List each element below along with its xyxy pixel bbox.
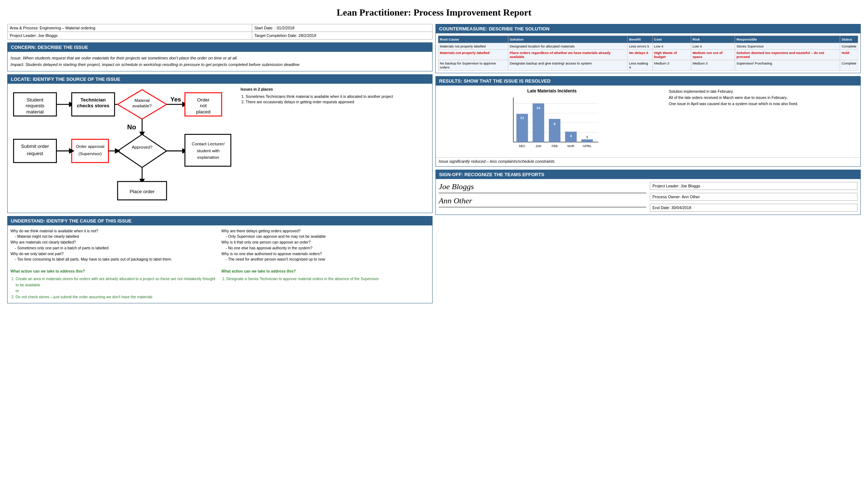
cm-cell: Solution deemed too expensive and wastef… — [735, 50, 840, 60]
svg-text:15: 15 — [537, 106, 541, 110]
svg-text:Order: Order — [197, 97, 210, 102]
col-cost: Cost — [652, 36, 691, 43]
countermeasure-header: COUNTERMEASURE: DESCRIBE THE SOLUTION — [436, 24, 860, 33]
svg-text:requests: requests — [26, 103, 45, 108]
svg-text:Contact Lecturer/: Contact Lecturer/ — [192, 141, 225, 146]
svg-text:Place order: Place order — [130, 189, 155, 194]
locate-header: LOCATE: IDENTIFY THE SOURCE OF THE ISSUE — [8, 75, 432, 84]
cm-cell: High Waste of budget — [652, 50, 691, 60]
sig-field1: Project Leader: Joe Bloggs — [650, 182, 857, 190]
bar-chart-svg: 11 DEC 15 JAN 9 FEB 4 — [439, 96, 665, 154]
countermeasure-section: COUNTERMEASURE: DESCRIBE THE SOLUTION Ro… — [435, 24, 861, 73]
chart-title: Late Materials Incidents — [439, 88, 665, 94]
understand-left: Why do we think material is available wh… — [11, 228, 218, 300]
cm-cell: Medium run out of space — [691, 50, 735, 60]
concern-text: Issue: When students request that we ord… — [11, 55, 429, 68]
results-summary: Issue significantly reduced – less compl… — [436, 157, 860, 166]
svg-text:Order approval: Order approval — [76, 144, 104, 149]
signatures: Joe Bloggs Ann Other — [439, 182, 646, 210]
results-section: RESULTS: SHOW THAT THE ISSUE IS RESOLVED… — [435, 76, 861, 167]
leader-label: Project Leader: Joe Bloggs — [8, 32, 252, 40]
area-label: Area & Process: Engineering – Material o… — [8, 24, 252, 32]
cm-cell: Complete — [840, 43, 858, 50]
col-status: Status — [840, 36, 858, 43]
svg-text:request: request — [27, 151, 43, 156]
page-title: Lean Practitioner: Process Improvement R… — [7, 7, 861, 18]
cm-cell: Materials not properly labelled — [438, 50, 508, 60]
svg-text:checks stores: checks stores — [77, 103, 109, 108]
svg-text:11: 11 — [520, 116, 524, 120]
svg-text:material: material — [26, 109, 44, 115]
svg-text:1: 1 — [586, 135, 588, 139]
svg-text:4: 4 — [570, 134, 572, 138]
flow-diagram: Student requests material Technician che… — [11, 87, 237, 210]
svg-text:No: No — [127, 123, 136, 131]
cm-cell: Hold — [840, 50, 858, 60]
meta-table: Area & Process: Engineering – Material o… — [7, 24, 433, 40]
concern-header: CONCERN: DESCRIBE THE ISSUE — [8, 43, 432, 52]
svg-text:Technician: Technician — [80, 97, 106, 102]
col-solution: Solution — [508, 36, 627, 43]
chart-area: Late Materials Incidents — [439, 88, 665, 154]
cm-cell: No backup for Supervisor to approve orde… — [438, 60, 508, 71]
svg-text:Material: Material — [134, 98, 150, 103]
cm-cell: Materials not properly labelled — [438, 43, 508, 50]
understand-section: UNDERSTAND: IDENTIFY THE CAUSE OF THIS I… — [7, 216, 433, 303]
svg-text:not: not — [200, 103, 207, 108]
col-benefit: Benefit — [627, 36, 652, 43]
col-responsible: Responsible — [735, 36, 840, 43]
svg-text:Student: Student — [26, 97, 43, 102]
col-risk: Risk — [691, 36, 735, 43]
svg-text:Approved?: Approved? — [132, 144, 153, 149]
svg-text:9: 9 — [554, 122, 555, 126]
sig-field2: Process Owner: Ann Other — [650, 193, 857, 201]
svg-text:JAN: JAN — [535, 144, 541, 148]
svg-marker-20 — [118, 134, 167, 167]
understand-q1: Why do we think material is available wh… — [11, 228, 218, 234]
chart-note: Solution implemented in late February.Al… — [669, 88, 857, 107]
svg-text:Yes: Yes — [171, 96, 181, 103]
cm-cell: Low 4 — [652, 43, 691, 50]
cm-cell: Complete — [840, 60, 858, 71]
countermeasure-table: Root Cause Solution Benefit Cost Risk Re… — [438, 36, 858, 71]
flow-issues: Issues in 2 places Sometimes Technicians… — [241, 87, 429, 105]
svg-text:(Supervisor): (Supervisor) — [78, 151, 101, 156]
svg-rect-56 — [581, 140, 593, 142]
cm-cell: Medium 3 — [652, 60, 691, 71]
locate-section: LOCATE: IDENTIFY THE SOURCE OF THE ISSUE… — [7, 74, 433, 213]
col-root-cause: Root Cause — [438, 36, 508, 43]
sig1: Joe Bloggs — [439, 182, 646, 193]
cm-cell: Designated location for allocated materi… — [508, 43, 627, 50]
cm-cell: Supervisor/ Purchasing — [735, 60, 840, 71]
svg-text:DEC: DEC — [519, 144, 525, 148]
cm-cell: Medium 3 — [691, 60, 735, 71]
svg-text:available?: available? — [133, 103, 152, 108]
start-label: Start Date: : 01/2/2018 — [252, 24, 433, 32]
signoff-header: SIGN-OFF: RECOGNIZE THE TEAMS EFFORTS — [436, 170, 860, 179]
cm-cell: Stores Supervisor — [735, 43, 840, 50]
svg-text:APRIL: APRIL — [583, 144, 592, 148]
svg-text:placed: placed — [196, 109, 210, 115]
cm-cell: Place orders regardless of whether we ha… — [508, 50, 627, 60]
svg-text:FEB: FEB — [552, 144, 558, 148]
sig-field3: End Date: 30/04/2018 — [650, 204, 857, 212]
svg-text:student with: student with — [197, 148, 220, 153]
understand-right: Why are there delays getting orders appr… — [221, 228, 429, 300]
signoff-section: SIGN-OFF: RECOGNIZE THE TEAMS EFFORTS Jo… — [435, 170, 861, 215]
concern-section: CONCERN: DESCRIBE THE ISSUE Issue: When … — [7, 42, 433, 71]
cm-cell: Designate backup and give training/ acce… — [508, 60, 627, 71]
sig-fields: Project Leader: Joe Bloggs Process Owner… — [650, 182, 857, 212]
results-header: RESULTS: SHOW THAT THE ISSUE IS RESOLVED — [436, 76, 860, 86]
cm-cell: Low 4 — [691, 43, 735, 50]
target-label: Target Completion Date: 28/2/2018 — [252, 32, 433, 40]
svg-text:MAR: MAR — [567, 144, 574, 148]
cm-cell: Less errors 5 — [627, 43, 652, 50]
understand-header: UNDERSTAND: IDENTIFY THE CAUSE OF THIS I… — [8, 216, 432, 225]
svg-text:Submit order: Submit order — [21, 144, 49, 149]
sig2: Ann Other — [439, 196, 646, 207]
svg-text:explanation: explanation — [197, 155, 219, 160]
cm-cell: No delays 5 — [627, 50, 652, 60]
flow-svg: Student requests material Technician che… — [11, 87, 237, 209]
cm-cell: Less waiting 4 — [627, 60, 652, 71]
